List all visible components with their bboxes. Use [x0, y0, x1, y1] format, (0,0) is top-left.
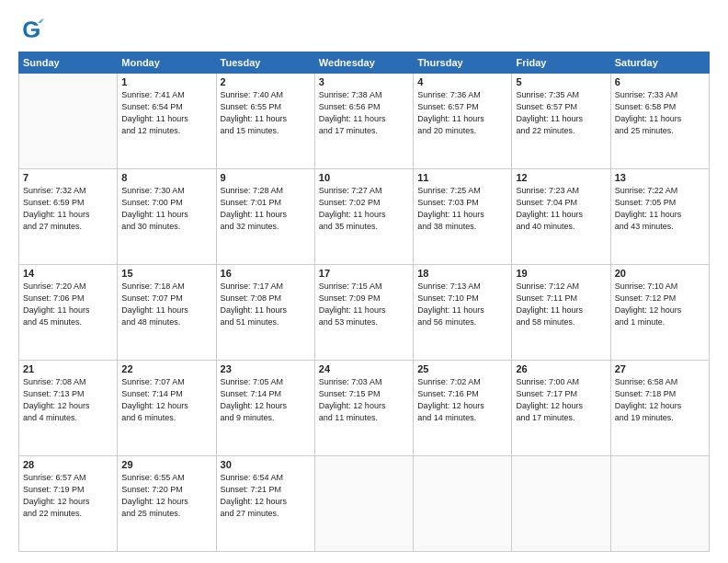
calendar-cell: 5Sunrise: 7:35 AM Sunset: 6:57 PM Daylig… — [512, 74, 610, 169]
week-row-4: 21Sunrise: 7:08 AM Sunset: 7:13 PM Dayli… — [19, 361, 710, 456]
day-number: 2 — [221, 76, 311, 87]
day-number: 18 — [417, 268, 507, 279]
weekday-friday: Friday — [512, 52, 610, 74]
day-number: 29 — [121, 459, 211, 470]
day-info: Sunrise: 6:58 AM Sunset: 7:18 PM Dayligh… — [615, 376, 705, 424]
day-info: Sunrise: 7:25 AM Sunset: 7:03 PM Dayligh… — [417, 185, 507, 233]
calendar-cell — [414, 456, 512, 552]
calendar-cell: 27Sunrise: 6:58 AM Sunset: 7:18 PM Dayli… — [610, 361, 709, 456]
week-row-1: 1Sunrise: 7:41 AM Sunset: 6:54 PM Daylig… — [19, 74, 710, 169]
day-number: 30 — [221, 459, 311, 470]
day-info: Sunrise: 7:02 AM Sunset: 7:16 PM Dayligh… — [417, 376, 507, 424]
calendar-cell: 23Sunrise: 7:05 AM Sunset: 7:14 PM Dayli… — [216, 361, 314, 456]
day-info: Sunrise: 7:28 AM Sunset: 7:01 PM Dayligh… — [221, 185, 311, 233]
day-number: 11 — [417, 172, 507, 183]
calendar-cell: 1Sunrise: 7:41 AM Sunset: 6:54 PM Daylig… — [118, 74, 216, 169]
day-info: Sunrise: 7:36 AM Sunset: 6:57 PM Dayligh… — [417, 89, 507, 137]
calendar-cell: 25Sunrise: 7:02 AM Sunset: 7:16 PM Dayli… — [414, 361, 512, 456]
calendar-cell: 26Sunrise: 7:00 AM Sunset: 7:17 PM Dayli… — [512, 361, 610, 456]
day-number: 20 — [615, 268, 705, 279]
week-row-3: 14Sunrise: 7:20 AM Sunset: 7:06 PM Dayli… — [19, 265, 710, 361]
day-info: Sunrise: 7:38 AM Sunset: 6:56 PM Dayligh… — [319, 89, 409, 137]
day-info: Sunrise: 7:22 AM Sunset: 7:05 PM Dayligh… — [615, 185, 705, 233]
day-number: 21 — [23, 363, 113, 374]
calendar-cell: 30Sunrise: 6:54 AM Sunset: 7:21 PM Dayli… — [216, 456, 314, 552]
calendar-cell — [512, 456, 610, 552]
day-number: 17 — [319, 268, 409, 279]
day-info: Sunrise: 6:54 AM Sunset: 7:21 PM Dayligh… — [221, 472, 311, 520]
day-number: 10 — [319, 172, 409, 183]
day-info: Sunrise: 7:05 AM Sunset: 7:14 PM Dayligh… — [221, 376, 311, 424]
day-number: 27 — [615, 363, 705, 374]
weekday-tuesday: Tuesday — [216, 52, 314, 74]
day-info: Sunrise: 7:35 AM Sunset: 6:57 PM Dayligh… — [516, 89, 606, 137]
calendar-cell: 6Sunrise: 7:33 AM Sunset: 6:58 PM Daylig… — [610, 74, 709, 169]
day-info: Sunrise: 7:23 AM Sunset: 7:04 PM Dayligh… — [516, 185, 606, 233]
calendar-cell: 10Sunrise: 7:27 AM Sunset: 7:02 PM Dayli… — [314, 169, 413, 265]
day-number: 4 — [417, 76, 507, 87]
day-number: 26 — [516, 363, 606, 374]
weekday-wednesday: Wednesday — [314, 52, 413, 74]
calendar-cell: 9Sunrise: 7:28 AM Sunset: 7:01 PM Daylig… — [216, 169, 314, 265]
day-number: 25 — [417, 363, 507, 374]
day-number: 5 — [516, 76, 606, 87]
calendar-table: SundayMondayTuesdayWednesdayThursdayFrid… — [18, 52, 710, 552]
weekday-sunday: Sunday — [19, 52, 118, 74]
day-number: 22 — [121, 363, 211, 374]
day-info: Sunrise: 7:00 AM Sunset: 7:17 PM Dayligh… — [516, 376, 606, 424]
calendar-cell: 14Sunrise: 7:20 AM Sunset: 7:06 PM Dayli… — [19, 265, 118, 361]
calendar-cell: 8Sunrise: 7:30 AM Sunset: 7:00 PM Daylig… — [118, 169, 216, 265]
day-number: 12 — [516, 172, 606, 183]
week-row-2: 7Sunrise: 7:32 AM Sunset: 6:59 PM Daylig… — [19, 169, 710, 265]
calendar-cell: 24Sunrise: 7:03 AM Sunset: 7:15 PM Dayli… — [314, 361, 413, 456]
weekday-header-row: SundayMondayTuesdayWednesdayThursdayFrid… — [19, 52, 710, 74]
day-number: 28 — [23, 459, 113, 470]
day-number: 3 — [319, 76, 409, 87]
calendar-cell: 7Sunrise: 7:32 AM Sunset: 6:59 PM Daylig… — [19, 169, 118, 265]
day-number: 19 — [516, 268, 606, 279]
day-number: 1 — [121, 76, 211, 87]
calendar-cell: 13Sunrise: 7:22 AM Sunset: 7:05 PM Dayli… — [610, 169, 709, 265]
day-number: 14 — [23, 268, 113, 279]
calendar-cell: 4Sunrise: 7:36 AM Sunset: 6:57 PM Daylig… — [414, 74, 512, 169]
calendar-cell — [19, 74, 118, 169]
day-info: Sunrise: 7:18 AM Sunset: 7:07 PM Dayligh… — [121, 281, 211, 328]
day-info: Sunrise: 7:13 AM Sunset: 7:10 PM Dayligh… — [417, 281, 507, 328]
day-number: 7 — [23, 172, 113, 183]
calendar-cell: 3Sunrise: 7:38 AM Sunset: 6:56 PM Daylig… — [314, 74, 413, 169]
calendar-cell: 22Sunrise: 7:07 AM Sunset: 7:14 PM Dayli… — [118, 361, 216, 456]
calendar-cell: 12Sunrise: 7:23 AM Sunset: 7:04 PM Dayli… — [512, 169, 610, 265]
day-info: Sunrise: 7:12 AM Sunset: 7:11 PM Dayligh… — [516, 281, 606, 328]
calendar-cell: 2Sunrise: 7:40 AM Sunset: 6:55 PM Daylig… — [216, 74, 314, 169]
calendar-cell: 20Sunrise: 7:10 AM Sunset: 7:12 PM Dayli… — [610, 265, 709, 361]
day-number: 8 — [121, 172, 211, 183]
weekday-saturday: Saturday — [610, 52, 709, 74]
day-info: Sunrise: 6:55 AM Sunset: 7:20 PM Dayligh… — [121, 472, 211, 520]
calendar-cell: 28Sunrise: 6:57 AM Sunset: 7:19 PM Dayli… — [19, 456, 118, 552]
week-row-5: 28Sunrise: 6:57 AM Sunset: 7:19 PM Dayli… — [19, 456, 710, 552]
calendar-cell: 21Sunrise: 7:08 AM Sunset: 7:13 PM Dayli… — [19, 361, 118, 456]
day-number: 6 — [615, 76, 705, 87]
page: SundayMondayTuesdayWednesdayThursdayFrid… — [0, 0, 728, 563]
day-number: 16 — [221, 268, 311, 279]
calendar-cell — [610, 456, 709, 552]
day-info: Sunrise: 7:33 AM Sunset: 6:58 PM Dayligh… — [615, 89, 705, 137]
day-number: 9 — [221, 172, 311, 183]
day-info: Sunrise: 7:10 AM Sunset: 7:12 PM Dayligh… — [615, 281, 705, 328]
calendar-cell: 18Sunrise: 7:13 AM Sunset: 7:10 PM Dayli… — [414, 265, 512, 361]
day-number: 15 — [121, 268, 211, 279]
day-info: Sunrise: 7:30 AM Sunset: 7:00 PM Dayligh… — [121, 185, 211, 233]
day-number: 24 — [319, 363, 409, 374]
weekday-monday: Monday — [118, 52, 216, 74]
day-number: 13 — [615, 172, 705, 183]
calendar-cell: 16Sunrise: 7:17 AM Sunset: 7:08 PM Dayli… — [216, 265, 314, 361]
calendar-cell — [314, 456, 413, 552]
calendar-cell: 17Sunrise: 7:15 AM Sunset: 7:09 PM Dayli… — [314, 265, 413, 361]
weekday-thursday: Thursday — [414, 52, 512, 74]
day-info: Sunrise: 7:03 AM Sunset: 7:15 PM Dayligh… — [319, 376, 409, 424]
day-info: Sunrise: 7:15 AM Sunset: 7:09 PM Dayligh… — [319, 281, 409, 328]
day-number: 23 — [221, 363, 311, 374]
logo-icon — [18, 17, 44, 42]
calendar-cell: 19Sunrise: 7:12 AM Sunset: 7:11 PM Dayli… — [512, 265, 610, 361]
header — [18, 17, 710, 42]
